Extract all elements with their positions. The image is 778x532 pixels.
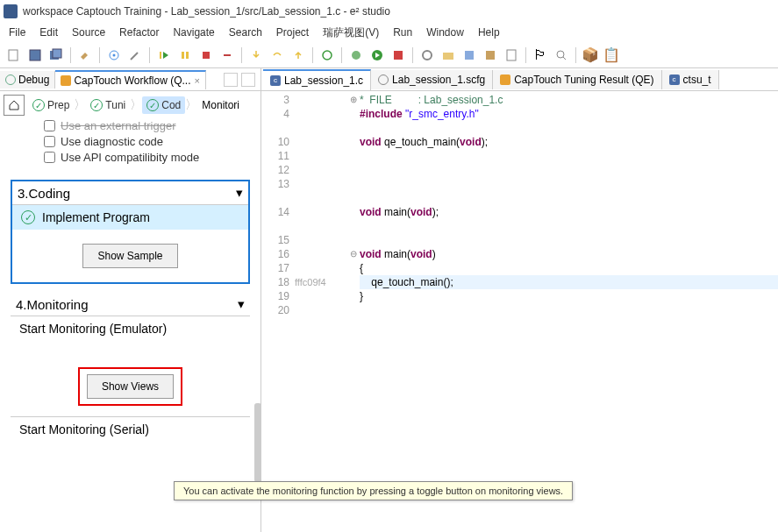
gear-icon[interactable] (418, 46, 436, 64)
search-icon[interactable] (553, 46, 570, 64)
menu-renesas[interactable]: 瑞萨视图(V) (316, 24, 386, 42)
doc-icon[interactable] (503, 46, 520, 64)
menu-edit[interactable]: Edit (32, 25, 65, 40)
chk-api-label: Use API compatilibity mode (61, 151, 199, 164)
tooltip: You can activate the monitoring function… (174, 481, 573, 500)
captouch-workflow-tab[interactable]: CapTouch Workflow (Q...× (55, 70, 206, 89)
bug-icon[interactable] (347, 46, 365, 64)
menu-navigate[interactable]: Navigate (166, 25, 221, 40)
check-icon: ✓ (32, 99, 45, 111)
disconnect-icon[interactable] (218, 46, 236, 64)
home-icon[interactable] (4, 95, 25, 116)
step-into-icon[interactable] (247, 46, 265, 64)
bc-cod-label: Cod (161, 99, 181, 111)
editor-tab-tuning[interactable]: CapTouch Tuning Result (QE) (493, 70, 661, 89)
code-editor[interactable]: 34 10111213 14 151617181920 fffc09f4 ⊕⊖ … (261, 91, 778, 532)
stop-icon[interactable] (197, 46, 215, 64)
scrollbar[interactable] (254, 403, 261, 482)
svg-rect-17 (486, 51, 495, 60)
show-sample-button[interactable]: Show Sample (82, 244, 177, 268)
menu-project[interactable]: Project (269, 25, 316, 40)
pkg-icon[interactable] (482, 46, 499, 64)
svg-point-10 (323, 51, 332, 60)
implement-program-item[interactable]: ✓ Implement Program (12, 205, 248, 230)
minimize-icon[interactable] (224, 73, 238, 87)
check-icon: ✓ (146, 99, 159, 111)
menu-refactor[interactable]: Refactor (112, 25, 166, 40)
bc-monitoring[interactable]: Monitori (197, 96, 244, 114)
addr-annotation: fffc09f4 (295, 275, 347, 289)
step-return-icon[interactable] (289, 46, 307, 64)
svg-rect-18 (507, 50, 516, 60)
flag-icon[interactable]: 🏳 (532, 46, 549, 64)
code-line: * FILE : Lab_session_1.c (360, 94, 503, 106)
monitoring-header[interactable]: 4.Monitoring ▾ (11, 293, 250, 316)
editor-tab-scfg[interactable]: Lab_session_1.scfg (371, 70, 493, 89)
chk-trigger[interactable] (44, 120, 55, 131)
code-kw: void (360, 136, 382, 148)
show-views-button[interactable]: Show Views (87, 374, 174, 399)
bc-prep-label: Prep (47, 99, 69, 111)
code-kw: void (410, 206, 432, 218)
chk-diag-label: Use diagnostic code (61, 135, 163, 148)
box-icon[interactable]: 📦 (582, 46, 599, 64)
ext-tools-icon[interactable] (389, 46, 407, 64)
code-kw: void (360, 248, 382, 260)
wand-icon[interactable] (126, 46, 144, 64)
close-icon[interactable]: × (195, 75, 200, 86)
toolbar: 🏳 📦 📋 (0, 42, 778, 68)
c-file-icon: c (669, 74, 680, 85)
svg-point-11 (352, 51, 360, 60)
workflow-tab-label: CapTouch Workflow (Q... (74, 74, 190, 87)
menu-run[interactable]: Run (386, 25, 419, 40)
implement-label: Implement Program (42, 210, 150, 224)
menu-source[interactable]: Source (65, 25, 112, 40)
start-serial-item[interactable]: Start Monitoring (Serial) (11, 417, 250, 442)
menu-window[interactable]: Window (419, 25, 471, 40)
coding-header[interactable]: 3.Coding ▾ (12, 181, 248, 205)
folder-icon[interactable] (439, 46, 457, 64)
editor-tab-ctsu[interactable]: cctsu_t (662, 70, 719, 89)
code-text: main( (382, 248, 410, 260)
code-text: qe_touch_main( (382, 136, 460, 148)
bc-cod[interactable]: ✓Cod (142, 96, 185, 114)
chk-diag[interactable] (44, 136, 55, 147)
chk-api[interactable] (44, 152, 55, 163)
annotation-column: fffc09f4 (295, 91, 347, 532)
target-icon[interactable] (105, 46, 123, 64)
svg-point-14 (423, 51, 432, 60)
bc-tuni[interactable]: ✓Tuni (86, 96, 130, 114)
resume-icon[interactable] (155, 46, 173, 64)
code-text: main( (382, 206, 410, 218)
fold-column: ⊕⊖ (347, 91, 360, 532)
menubar: File Edit Source Refactor Navigate Searc… (0, 23, 778, 42)
run-icon[interactable] (368, 46, 386, 64)
svg-rect-1 (30, 50, 40, 60)
outline-icon[interactable]: 📋 (603, 46, 620, 64)
new-icon[interactable] (5, 46, 23, 64)
menu-file[interactable]: File (2, 25, 32, 40)
chevron-icon: 〉 (130, 97, 142, 113)
svg-rect-3 (53, 49, 61, 58)
debug-tab[interactable]: Debug (0, 71, 55, 89)
module-icon[interactable] (460, 46, 478, 64)
start-emulator-item[interactable]: Start Monitoring (Emulator) (11, 316, 250, 341)
pause-icon[interactable] (176, 46, 194, 64)
bc-tuni-label: Tuni (105, 99, 125, 111)
breadcrumb: ✓Prep 〉 ✓Tuni 〉 ✓Cod 〉 Monitori (0, 91, 261, 119)
menu-help[interactable]: Help (471, 25, 507, 40)
save-all-icon[interactable] (47, 46, 65, 64)
menu-search[interactable]: Search (222, 25, 269, 40)
code-area[interactable]: * FILE : Lab_session_1.c #include "r_smc… (360, 91, 778, 532)
save-icon[interactable] (26, 46, 44, 64)
hammer-icon[interactable] (76, 46, 94, 64)
maximize-icon[interactable] (241, 73, 255, 87)
tab3-label: CapTouch Tuning Result (QE) (514, 74, 653, 86)
start-emulator-label: Start Monitoring (Emulator) (19, 322, 167, 336)
bc-prep[interactable]: ✓Prep (28, 96, 74, 114)
restart-icon[interactable] (318, 46, 336, 64)
step-over-icon[interactable] (268, 46, 286, 64)
editor-tab-lab-c[interactable]: cLab_session_1.c (263, 69, 371, 90)
svg-rect-8 (186, 52, 189, 59)
check-icon: ✓ (90, 99, 103, 111)
